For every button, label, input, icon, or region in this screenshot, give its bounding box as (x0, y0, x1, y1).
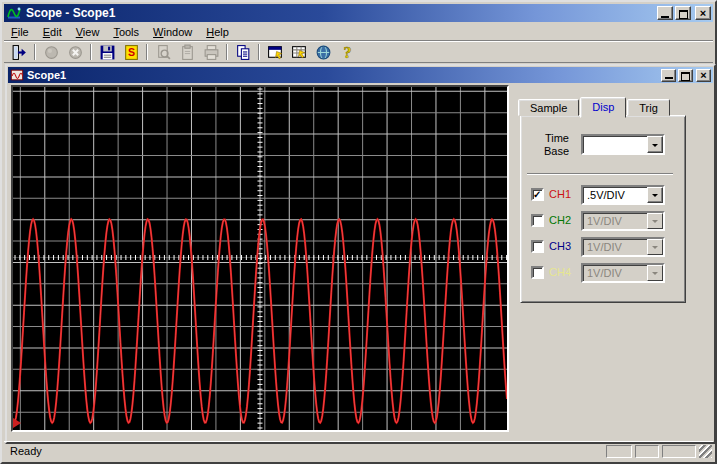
ch3-label: CH3 (549, 240, 571, 252)
exit-icon (11, 44, 28, 61)
print-preview-button[interactable] (151, 42, 175, 62)
new-window-icon (267, 44, 284, 61)
close-icon: × (696, 8, 710, 18)
svg-text:S: S (127, 46, 134, 58)
stop-button[interactable] (63, 42, 87, 62)
status-panel (662, 445, 696, 458)
close-button[interactable]: × (695, 6, 711, 20)
menu-item-help[interactable]: Help (199, 24, 236, 40)
save-icon (99, 44, 116, 61)
ch2-label: CH2 (549, 214, 571, 226)
status-panel (606, 445, 632, 458)
scope1-title: Scope1 (27, 69, 659, 81)
menu-item-tools[interactable]: Tools (106, 24, 146, 40)
scope1-maximize-button[interactable] (678, 69, 693, 82)
maximize-button[interactable] (675, 6, 691, 20)
scope1-minimize-button[interactable] (661, 69, 676, 82)
dropdown-arrow-icon[interactable] (647, 265, 663, 281)
dropdown-arrow-icon[interactable] (647, 187, 663, 203)
scope1-close-button[interactable]: × (696, 69, 711, 82)
toolbar-separator (226, 44, 228, 60)
paste-icon (179, 44, 196, 61)
menu-item-view[interactable]: View (69, 24, 107, 40)
save-button[interactable] (95, 42, 119, 62)
scope1-window: Scope1 × Sample Disp Trig Time Base (5, 64, 716, 444)
scope-display (11, 85, 509, 432)
svg-text:?: ? (343, 44, 351, 61)
ch4-checkbox[interactable]: ✓ (531, 266, 544, 279)
scope1-titlebar[interactable]: Scope1 × (8, 67, 713, 83)
scope-canvas (13, 87, 507, 430)
record-icon (43, 44, 60, 61)
copy-button[interactable] (231, 42, 255, 62)
time-base-select[interactable] (581, 134, 665, 155)
tab-sample[interactable]: Sample (518, 99, 579, 116)
tab-disp[interactable]: Disp (580, 97, 626, 118)
disp-tab-page: Time Base ✓ CH1 .5V/DIV ✓ CH2 (520, 115, 686, 303)
exit-button[interactable] (7, 42, 31, 62)
log-button[interactable]: S (119, 42, 143, 62)
maximize-icon (679, 10, 688, 19)
print-button[interactable] (199, 42, 223, 62)
close-icon: × (697, 70, 710, 80)
main-titlebar[interactable]: Scope - Scope1 × (4, 4, 713, 22)
grid-window-icon (291, 44, 308, 61)
check-icon: ✓ (533, 190, 542, 199)
separator (527, 173, 673, 174)
resize-grip-icon[interactable] (699, 445, 712, 458)
app-icon[interactable] (6, 5, 22, 21)
window-controls: × (655, 6, 711, 20)
scope1-window-controls: × (659, 69, 711, 82)
ch1-vdiv-select[interactable]: .5V/DIV (581, 185, 665, 205)
web-icon (315, 44, 332, 61)
dropdown-arrow-icon[interactable] (647, 136, 663, 153)
time-base-label: Time Base (523, 132, 569, 158)
dropdown-arrow-icon[interactable] (647, 239, 663, 255)
menu-item-file[interactable]: File (4, 24, 36, 40)
dropdown-arrow-icon[interactable] (647, 213, 663, 229)
ch4-label: CH4 (549, 266, 571, 278)
toolbar-separator (34, 44, 36, 60)
channel-row-ch4: ✓ CH4 1V/DIV (521, 263, 685, 283)
print-icon (203, 44, 220, 61)
log-s-icon: S (123, 44, 140, 61)
statusbar: Ready (4, 441, 713, 460)
ch3-checkbox[interactable]: ✓ (531, 240, 544, 253)
main-window: Scope - Scope1 × FileEditViewToolsWindow… (0, 0, 717, 464)
ch3-vdiv-select[interactable]: 1V/DIV (581, 237, 665, 257)
print-preview-icon (155, 44, 172, 61)
minimize-button[interactable] (657, 6, 673, 20)
stop-icon (67, 44, 84, 61)
record-button[interactable] (39, 42, 63, 62)
tab-strip: Sample Disp Trig (518, 94, 671, 116)
new-window-button[interactable] (263, 42, 287, 62)
web-button[interactable] (311, 42, 335, 62)
maximize-icon (681, 72, 690, 81)
ch1-checkbox[interactable]: ✓ (531, 188, 544, 201)
ch2-vdiv-select[interactable]: 1V/DIV (581, 211, 665, 231)
window-title: Scope - Scope1 (26, 6, 655, 20)
status-panel (635, 445, 659, 458)
help-button[interactable]: ? (335, 42, 359, 62)
scope1-icon[interactable] (10, 68, 24, 82)
tab-trig[interactable]: Trig (627, 99, 670, 116)
menubar: FileEditViewToolsWindowHelp (4, 23, 713, 41)
toolbar-separator (258, 44, 260, 60)
status-text: Ready (10, 445, 606, 457)
toolbar-separator (90, 44, 92, 60)
paste-button[interactable] (175, 42, 199, 62)
copy-icon (235, 44, 252, 61)
toolbar-separator (146, 44, 148, 60)
minimize-icon (665, 77, 673, 79)
grid-window-button[interactable] (287, 42, 311, 62)
toolbar: S (4, 41, 713, 63)
control-panel: Sample Disp Trig Time Base ✓ CH1 .5V/DIV (510, 85, 710, 438)
menu-item-window[interactable]: Window (146, 24, 199, 40)
help-icon: ? (339, 44, 356, 61)
channel-row-ch1: ✓ CH1 .5V/DIV (521, 185, 685, 205)
channel-row-ch3: ✓ CH3 1V/DIV (521, 237, 685, 257)
channel-row-ch2: ✓ CH2 1V/DIV (521, 211, 685, 231)
menu-item-edit[interactable]: Edit (36, 24, 69, 40)
ch2-checkbox[interactable]: ✓ (531, 214, 544, 227)
ch4-vdiv-select[interactable]: 1V/DIV (581, 263, 665, 283)
